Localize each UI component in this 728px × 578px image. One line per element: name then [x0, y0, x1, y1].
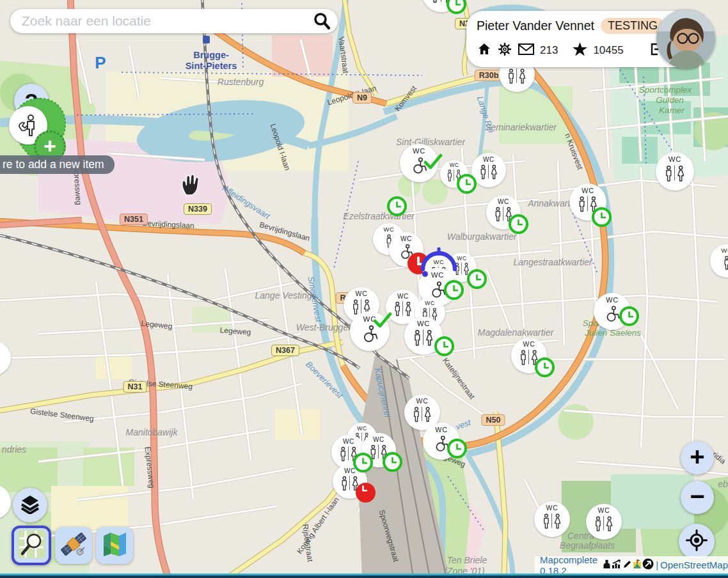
opening-hours-badge — [444, 280, 464, 300]
opening-hours-badge — [383, 452, 402, 472]
messages-icon[interactable] — [518, 42, 535, 59]
basemap-map-button[interactable] — [96, 527, 133, 564]
statistics-icon[interactable] — [612, 559, 622, 571]
wc-marker[interactable]: WC — [710, 244, 728, 277]
road-shield: N9 — [352, 92, 372, 104]
road-shield: N367 — [271, 345, 299, 356]
osm-carto-icon — [17, 529, 46, 561]
opening-hours-badge — [353, 453, 373, 473]
attribution-circle-icon[interactable] — [642, 558, 654, 572]
opening-hours-badge — [457, 174, 477, 194]
opening-hours-badge — [619, 306, 639, 326]
question-mark: ? — [25, 89, 38, 114]
opening-hours-badge — [434, 336, 454, 356]
add-item-tooltip: re to add a new item — [0, 155, 115, 174]
search-input[interactable] — [20, 13, 312, 29]
edit-pencil-icon[interactable] — [622, 559, 632, 571]
closed-clock-badge — [356, 483, 376, 503]
geolocate-icon — [686, 529, 708, 554]
wc-marker[interactable]: WC — [656, 152, 694, 191]
wc-marker[interactable]: WC — [0, 341, 11, 375]
search-bar — [10, 9, 338, 33]
mapcomplete-logo-icon — [633, 559, 642, 571]
attribution-app[interactable]: Mapcomplete 0.18.2 — [540, 554, 601, 576]
road-shield: N339 — [184, 203, 212, 215]
road-shield: N50 — [482, 414, 505, 426]
opening-hours-badge — [592, 207, 612, 227]
bottom-dark-bar — [0, 575, 728, 578]
folded-map-icon — [100, 530, 129, 561]
changeset-count: 10455 — [593, 44, 623, 57]
open-check-badge — [423, 153, 443, 170]
road-shield: N31 — [123, 381, 147, 393]
avatar[interactable] — [656, 10, 715, 68]
map-canvas[interactable]: Brugge- Sint-PietersRustenburgSint-Gilli… — [0, 0, 728, 578]
help-button[interactable]: ? — [14, 84, 49, 118]
attribution-bar: Mapcomplete 0.18.2 | OpenStreetMap — [535, 556, 728, 574]
settings-gear-icon[interactable] — [497, 42, 512, 59]
satellite-icon — [59, 529, 88, 561]
user-name: Pieter Vander Vennet — [477, 19, 594, 33]
road-shield: N351 — [120, 214, 148, 225]
zoom-in-button[interactable]: + — [681, 441, 714, 474]
messages-count: 213 — [540, 44, 558, 57]
selected-marker-dot — [422, 271, 428, 277]
star-icon — [572, 42, 588, 59]
community-icon[interactable] — [603, 559, 611, 571]
open-check-badge — [373, 312, 392, 329]
opening-hours-badge — [467, 269, 487, 289]
opening-hours-badge — [535, 357, 555, 377]
attribution-osm-link[interactable]: OpenStreetMap — [660, 559, 728, 570]
wc-marker[interactable]: WC — [586, 504, 622, 540]
wc-marker[interactable]: WC — [471, 153, 506, 187]
geolocate-button[interactable] — [679, 524, 715, 559]
layers-button[interactable] — [13, 488, 47, 522]
opening-hours-badge — [447, 439, 467, 458]
hand-cursor-icon — [180, 173, 202, 199]
opening-hours-badge — [387, 196, 407, 216]
zoom-out-button[interactable]: − — [681, 481, 714, 514]
wc-marker[interactable]: WC — [534, 501, 570, 537]
railway-station-icon — [203, 36, 210, 43]
layers-icon — [20, 494, 40, 517]
opening-hours-badge — [509, 214, 528, 234]
basemap-osm-button[interactable] — [12, 526, 51, 565]
basemap-satellite-button[interactable] — [55, 527, 92, 564]
search-icon[interactable] — [312, 12, 331, 31]
home-icon[interactable] — [477, 42, 492, 59]
wc-marker[interactable]: WC — [0, 485, 11, 519]
user-badge: TESTING — [601, 18, 665, 34]
